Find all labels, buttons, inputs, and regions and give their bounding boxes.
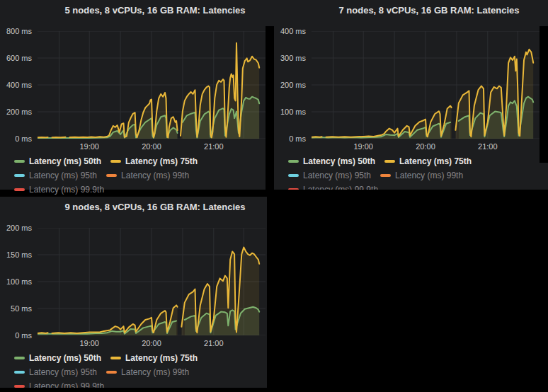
legend-item-latency-ms-99.9th[interactable]: Latency (ms) 99.9th <box>14 185 104 195</box>
y-axis-label: 200 ms <box>0 107 32 117</box>
legend: Latency (ms) 50thLatency (ms) 75thLatenc… <box>14 156 265 195</box>
black-gap-right-edge <box>540 26 548 163</box>
chart-plot[interactable] <box>38 31 266 139</box>
legend-label: Latency (ms) 75th <box>399 156 472 166</box>
y-axis-label: 100 ms <box>0 277 32 287</box>
black-empty-bottom-right <box>267 190 548 392</box>
x-axis-label: 19:00 <box>348 142 379 151</box>
legend-swatch-icon <box>110 160 121 163</box>
legend-swatch-icon <box>14 371 25 374</box>
legend-item-latency-ms-95th[interactable]: Latency (ms) 95th <box>288 171 371 180</box>
y-axis-label: 300 ms <box>274 53 306 63</box>
x-axis-label: 21:00 <box>198 142 229 151</box>
legend-swatch-icon <box>106 174 117 177</box>
legend-swatch-icon <box>106 371 117 374</box>
y-axis-label: 400 ms <box>0 80 32 90</box>
y-axis-label: 800 ms <box>0 26 32 36</box>
y-axis-label: 200 ms <box>274 80 306 90</box>
legend-label: Latency (ms) 50th <box>29 156 101 166</box>
legend-item-latency-ms-75th[interactable]: Latency (ms) 75th <box>384 156 472 166</box>
legend-swatch-icon <box>288 174 299 177</box>
legend-label: Latency (ms) 50th <box>29 353 101 363</box>
y-axis-label: 400 ms <box>274 26 306 36</box>
y-axis-label: 0 ms <box>0 134 32 144</box>
y-axis-label: 0 ms <box>274 134 306 144</box>
legend-label: Latency (ms) 99th <box>121 367 189 377</box>
y-axis-label: 50 ms <box>0 304 32 313</box>
legend-item-latency-ms-99th[interactable]: Latency (ms) 99th <box>380 171 463 180</box>
panel-7-nodes-latencies: 7 nodes, 8 vCPUs, 16 GB RAM: Latencies L… <box>274 0 548 190</box>
legend-label: Latency (ms) 99th <box>395 171 463 180</box>
x-axis-label: 20:00 <box>410 142 441 151</box>
legend-item-latency-ms-75th[interactable]: Latency (ms) 75th <box>110 156 198 166</box>
legend-item-latency-ms-95th[interactable]: Latency (ms) 95th <box>14 367 97 377</box>
legend-swatch-icon <box>110 357 121 359</box>
legend-label: Latency (ms) 75th <box>125 353 198 363</box>
chart-plot[interactable] <box>312 31 540 139</box>
x-axis-label: 19:00 <box>74 339 105 347</box>
panel-5-nodes-latencies: 5 nodes, 8 vCPUs, 16 GB RAM: Latencies L… <box>0 0 274 190</box>
black-strip-bottom <box>0 388 267 392</box>
y-axis-label: 150 ms <box>0 250 32 260</box>
legend-swatch-icon <box>384 160 395 163</box>
legend-swatch-icon <box>14 188 25 191</box>
x-axis-label: 20:00 <box>136 339 167 347</box>
x-axis-label: 20:00 <box>136 142 167 151</box>
panel-title[interactable]: 7 nodes, 8 vCPUs, 16 GB RAM: Latencies <box>312 5 547 16</box>
legend-item-latency-ms-99th[interactable]: Latency (ms) 99th <box>106 367 189 377</box>
legend-swatch-icon <box>14 174 25 177</box>
legend-label: Latency (ms) 99.9th <box>29 185 104 195</box>
legend-swatch-icon <box>14 357 25 359</box>
legend: Latency (ms) 50thLatency (ms) 75thLatenc… <box>14 353 265 391</box>
legend-label: Latency (ms) 95th <box>29 171 97 180</box>
y-axis-label: 100 ms <box>274 107 306 117</box>
legend-swatch-icon <box>380 174 391 177</box>
legend-item-latency-ms-75th[interactable]: Latency (ms) 75th <box>110 353 198 363</box>
legend-item-latency-ms-50th[interactable]: Latency (ms) 50th <box>14 156 101 166</box>
legend-label: Latency (ms) 75th <box>125 156 198 166</box>
legend-item-latency-ms-99th[interactable]: Latency (ms) 99th <box>106 171 189 180</box>
legend-label: Latency (ms) 50th <box>303 156 375 166</box>
legend-item-latency-ms-50th[interactable]: Latency (ms) 50th <box>14 353 101 363</box>
legend-item-latency-ms-95th[interactable]: Latency (ms) 95th <box>14 171 97 180</box>
y-axis-label: 600 ms <box>0 53 32 63</box>
legend-item-latency-ms-50th[interactable]: Latency (ms) 50th <box>288 156 375 166</box>
panel-9-nodes-latencies: 9 nodes, 8 vCPUs, 16 GB RAM: Latencies L… <box>0 197 274 388</box>
y-axis-label: 0 ms <box>0 330 32 340</box>
x-axis-label: 21:00 <box>198 339 229 347</box>
panel-title[interactable]: 5 nodes, 8 vCPUs, 16 GB RAM: Latencies <box>38 5 273 16</box>
chart-plot[interactable] <box>38 228 266 335</box>
legend-label: Latency (ms) 95th <box>29 367 97 377</box>
legend-label: Latency (ms) 95th <box>303 171 371 180</box>
legend-swatch-icon <box>288 160 299 163</box>
black-gap-between-top-panels <box>266 26 274 190</box>
legend-label: Latency (ms) 99th <box>121 171 189 180</box>
x-axis-label: 21:00 <box>472 142 503 151</box>
legend: Latency (ms) 50thLatency (ms) 75thLatenc… <box>288 156 539 195</box>
x-axis-label: 19:00 <box>74 142 105 151</box>
panel-title[interactable]: 9 nodes, 8 vCPUs, 16 GB RAM: Latencies <box>38 202 273 212</box>
y-axis-label: 200 ms <box>0 223 32 233</box>
legend-swatch-icon <box>14 160 25 163</box>
